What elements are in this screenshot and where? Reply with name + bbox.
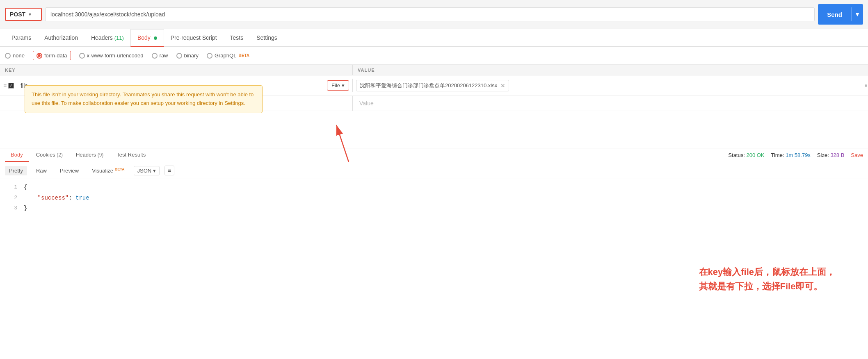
line-num-3: 3: [5, 203, 17, 213]
code-val: true: [75, 195, 89, 201]
tab-params[interactable]: Params: [5, 30, 38, 47]
row-options-dot: [865, 84, 867, 87]
file-name-tag: 沈阳和平爱海综合门诊部门诊盘点单20200206122310.xlsx ✕: [356, 80, 509, 91]
graphql-beta-badge: BETA: [238, 53, 249, 58]
kv-checkbox-area: ≡ ✓: [0, 82, 17, 89]
tooltip-box: This file isn't in your working director…: [25, 85, 263, 113]
resp-tab-raw[interactable]: Raw: [32, 166, 51, 175]
size-value: 328 B: [830, 152, 844, 158]
radio-binary-circle: [176, 53, 182, 59]
radio-graphql[interactable]: GraphQL BETA: [207, 52, 249, 59]
response-toolbar: Pretty Raw Preview Visualize BETA JSON ▾…: [0, 162, 868, 179]
kv-value-header: VALUE: [353, 65, 868, 75]
annotation-text: 在key输入file后，鼠标放在上面， 其就是有下拉，选择File即可。: [699, 265, 836, 293]
size-label: Size: 328 B: [817, 152, 845, 158]
response-tabs: Body Cookies (2) Headers (9) Test Result…: [0, 148, 723, 162]
code-line-3: 3 }: [0, 203, 868, 214]
line-num-1: 1: [5, 182, 17, 192]
resp-tab-pretty[interactable]: Pretty: [5, 166, 27, 175]
code-area: 1 { 2 "success": true 3 }: [0, 179, 868, 217]
file-type-dropdown-icon: ▾: [342, 82, 345, 89]
code-line-1: 1 {: [0, 182, 868, 193]
kv-value-placeholder-area: Value: [353, 97, 868, 110]
annotation-line1: 在key输入file后，鼠标放在上面，: [699, 265, 836, 279]
url-input[interactable]: [45, 7, 815, 21]
top-bar: POST ▾ Send ▾: [0, 0, 868, 29]
status-value: 200 OK: [746, 152, 764, 158]
radio-none[interactable]: none: [5, 52, 25, 59]
kv-row-checkbox[interactable]: ✓: [8, 83, 14, 89]
body-type-row: none form-data x-www-form-urlencoded raw…: [0, 47, 868, 65]
radio-raw-circle: [152, 53, 158, 59]
send-label: Send: [818, 8, 851, 21]
method-dropdown-icon: ▾: [29, 11, 31, 17]
radio-urlencoded[interactable]: x-www-form-urlencoded: [79, 52, 144, 59]
tab-authorization[interactable]: Authorization: [38, 30, 85, 47]
kv-row-right: 沈阳和平爱海综合门诊部门诊盘点单20200206122310.xlsx ✕: [353, 78, 868, 93]
resp-tab-visualize[interactable]: Visualize BETA: [88, 166, 128, 175]
tab-body[interactable]: Body: [130, 29, 164, 47]
response-area: Pretty Raw Preview Visualize BETA JSON ▾…: [0, 162, 868, 217]
kv-header: KEY VALUE: [0, 65, 868, 75]
line-num-2: 2: [5, 193, 17, 202]
radio-form-data[interactable]: form-data: [33, 51, 71, 60]
tab-tests[interactable]: Tests: [224, 30, 250, 47]
body-active-dot: [154, 36, 157, 40]
annotation-line2: 其就是有下拉，选择File即可。: [699, 279, 836, 293]
kv-section: KEY VALUE ≡ ✓ File ▾ 沈阳和平爱海综合: [0, 65, 868, 111]
kv-empty-checkbox-area: ≡: [0, 100, 17, 107]
format-dropdown-icon: ▾: [153, 168, 156, 174]
time-label: Time: 1m 58.79s: [771, 152, 811, 158]
tooltip-text: This file isn't in your working director…: [32, 91, 254, 106]
tab-headers[interactable]: Headers (11): [85, 30, 130, 47]
status-label: Status: 200 OK: [728, 152, 764, 158]
code-content-2: "success": true: [24, 193, 89, 203]
radio-raw[interactable]: raw: [152, 52, 168, 59]
resp-tab-preview[interactable]: Preview: [56, 166, 83, 175]
drag-icon[interactable]: ≡: [3, 82, 7, 89]
response-tab-headers[interactable]: Headers (9): [70, 148, 109, 162]
code-key: "success": [38, 195, 69, 201]
kv-key-header: KEY: [0, 65, 353, 75]
response-tab-test-results[interactable]: Test Results: [111, 148, 151, 162]
request-tabs: Params Authorization Headers (11) Body P…: [0, 29, 868, 47]
value-placeholder-text: Value: [356, 98, 377, 108]
radio-none-circle: [5, 53, 11, 59]
send-arrow-icon: ▾: [851, 7, 863, 21]
status-bar: Status: 200 OK Time: 1m 58.79s Size: 328…: [723, 150, 868, 160]
checkbox-check-icon: ✓: [9, 83, 13, 88]
file-close-button[interactable]: ✕: [500, 82, 505, 89]
radio-graphql-circle: [207, 53, 212, 59]
tab-settings[interactable]: Settings: [250, 30, 284, 47]
radio-form-data-circle: [37, 53, 42, 59]
file-name-text: 沈阳和平爱海综合门诊部门诊盘点单20200206122310.xlsx: [360, 82, 497, 89]
method-label: POST: [10, 11, 25, 18]
radio-binary[interactable]: binary: [176, 52, 199, 59]
tab-pre-request[interactable]: Pre-request Script: [164, 30, 224, 47]
visualize-beta-badge: BETA: [115, 167, 125, 171]
radio-urlencoded-circle: [79, 53, 85, 59]
time-value: 1m 58.79s: [786, 152, 811, 158]
code-content-3: }: [24, 203, 27, 214]
file-type-button[interactable]: File ▾: [327, 80, 349, 91]
save-response-button[interactable]: Save: [851, 152, 863, 158]
send-button[interactable]: Send ▾: [818, 4, 863, 25]
method-selector[interactable]: POST ▾: [5, 8, 42, 21]
format-select[interactable]: JSON ▾: [134, 166, 160, 175]
code-line-2: 2 "success": true: [0, 193, 868, 203]
response-tab-cookies[interactable]: Cookies (2): [30, 148, 69, 162]
code-content-1: {: [24, 182, 27, 193]
response-tab-body[interactable]: Body: [5, 148, 29, 162]
wrap-button[interactable]: ≡: [164, 166, 174, 175]
